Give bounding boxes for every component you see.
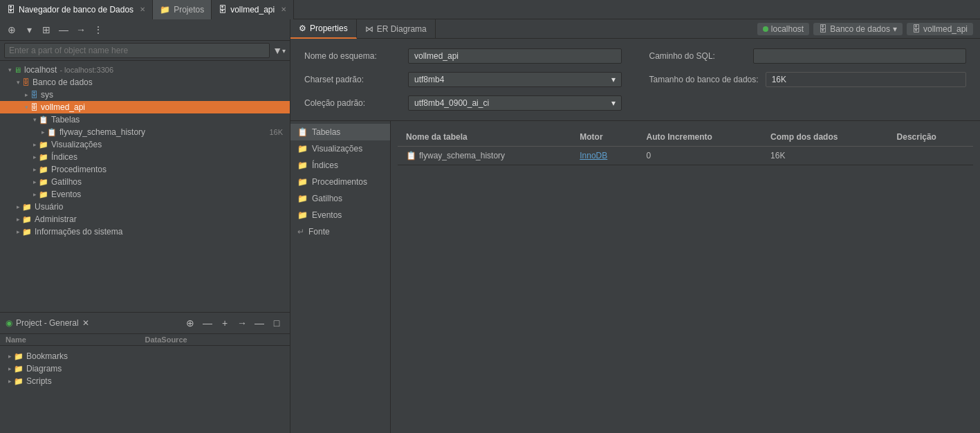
tab-db-browser-label: Navegador de banco de Dados [19, 5, 133, 15]
bottom-maximize-btn[interactable]: □ [269, 315, 284, 331]
arrow-localhost: ▾ [6, 66, 14, 73]
bottom-panel-close[interactable]: ✕ [82, 318, 89, 328]
nav-item-visualizacoes[interactable]: 📁 Visualizações [290, 140, 390, 157]
tree-item-info-sistema[interactable]: ▸ 📁 Informações do sistema [0, 225, 290, 238]
th-motor[interactable]: Motor [571, 128, 638, 147]
bottom-arrow-btn[interactable]: → [234, 315, 250, 331]
tree-item-tabelas[interactable]: ▾ 📋 Tabelas [0, 113, 290, 126]
db-type-icon: 🗄 [819, 24, 827, 34]
col-header-datasource: DataSource [145, 335, 285, 344]
tab-properties[interactable]: ⚙ Properties [290, 19, 357, 39]
tree-item-eventos[interactable]: ▸ 📁 Eventos [0, 188, 290, 201]
icon-sys: 🗄 [30, 91, 38, 99]
nav-icon-procedimentos: 📁 [297, 177, 308, 187]
icon-tabelas: 📋 [39, 116, 48, 125]
title-bar: 🗄 Navegador de banco de Dados ✕ 📁 Projet… [0, 0, 980, 19]
table-row[interactable]: 📋 flyway_schema_history InnoDB 0 16K [398, 147, 973, 165]
grid-btn[interactable]: ⊞ [39, 22, 54, 37]
bottom-content: ▸ 📁 Bookmarks ▸ 📁 Diagrams ▸ 📁 Scripts [0, 347, 290, 433]
td-motor[interactable]: InnoDB [571, 147, 638, 165]
filter-btn[interactable]: ▼ [272, 45, 282, 56]
properties-icon: ⚙ [299, 24, 306, 33]
more-btn[interactable]: ⋮ [91, 22, 106, 37]
tree-item-visualizacoes[interactable]: ▸ 📁 Visualizações [0, 138, 290, 151]
tab-er-label: ER Diagrama [377, 24, 427, 34]
arrow-sys: ▸ [22, 91, 30, 98]
tree-item-administrar[interactable]: ▸ 📁 Administrar [0, 213, 290, 225]
arrow-indices: ▸ [30, 154, 39, 160]
icon-info: 📁 [22, 228, 32, 237]
th-auto-incremento[interactable]: Auto Incremento [638, 128, 763, 147]
tab-er-diagrama[interactable]: ⋈ ER Diagrama [357, 19, 436, 39]
bottom-item-bookmarks[interactable]: ▸ 📁 Bookmarks [0, 350, 290, 362]
tree-item-gatilhos[interactable]: ▸ 📁 Gatilhos [0, 176, 290, 188]
tab-db-browser[interactable]: 🗄 Navegador de banco de Dados ✕ [0, 0, 153, 19]
search-dropdown-btn[interactable]: ▾ [282, 47, 286, 55]
tree-item-banco-dados[interactable]: ▾ 🗄 Banco de dados [0, 76, 290, 89]
colecao-select[interactable]: utf8mb4_0900_ai_ci ▾ [408, 95, 622, 111]
tree-item-indices[interactable]: ▸ 📁 Índices [0, 151, 290, 163]
conn-schema-label: vollmed_api [923, 24, 968, 34]
bottom-minimize-btn[interactable]: — [252, 315, 267, 331]
search-input[interactable] [4, 43, 270, 58]
th-nome-tabela[interactable]: Nome da tabela [398, 128, 571, 147]
nome-esquema-label: Nome do esquema: [304, 51, 401, 61]
icon-banco: 🗄 [22, 78, 30, 86]
minus-btn[interactable]: — [56, 22, 71, 37]
tab-vollmed-api[interactable]: 🗄 vollmed_api ✕ [212, 0, 294, 19]
tab-projetos[interactable]: 📁 Projetos [153, 0, 212, 19]
nav-sidebar: 📋 Tabelas 📁 Visualizações 📁 Índices 📁 Pr… [290, 121, 391, 433]
arrow-banco: ▾ [14, 79, 22, 86]
bottom-plus-btn[interactable]: + [217, 315, 232, 331]
caminho-sql-input[interactable] [753, 48, 967, 64]
nav-item-eventos[interactable]: 📁 Eventos [290, 207, 390, 223]
arrow-visualizacoes: ▸ [30, 141, 39, 148]
arrow-eventos: ▸ [30, 191, 39, 198]
icon-flyway: 📋 [47, 128, 57, 137]
bottom-panel: ◉ Project - General ✕ ⊕ — + → — □ Name D… [0, 312, 290, 433]
bottom-add-btn[interactable]: ⊕ [183, 315, 198, 331]
tab-properties-label: Properties [310, 24, 348, 33]
td-comp-dados: 16K [762, 147, 889, 165]
tree-item-sys[interactable]: ▸ 🗄 sys [0, 89, 290, 101]
charset-select[interactable]: utf8mb4 ▾ [408, 72, 622, 87]
tree-item-flyway[interactable]: ▸ 📋 flyway_schema_history 16K [0, 126, 290, 138]
tab-db-browser-close[interactable]: ✕ [140, 6, 145, 13]
nav-item-fonte[interactable]: ↵ Fonte [290, 223, 390, 240]
icon-eventos: 📁 [39, 190, 48, 199]
nome-esquema-input[interactable] [408, 48, 622, 64]
content-area: 📋 Tabelas 📁 Visualizações 📁 Índices 📁 Pr… [290, 121, 980, 433]
nav-item-tabelas[interactable]: 📋 Tabelas [290, 124, 390, 140]
bottom-col-headers: Name DataSource [0, 334, 290, 346]
nav-icon-eventos: 📁 [297, 210, 308, 220]
prop-row-nome-esquema: Nome do esquema: [304, 48, 622, 64]
tree: ▾ 🖥 localhost - localhost:3306 ▾ 🗄 Banco… [0, 61, 290, 312]
nav-label-fonte: Fonte [308, 227, 330, 237]
tree-item-vollmed-api[interactable]: ▾ 🗄 vollmed_api [0, 101, 290, 113]
arrow-info: ▸ [14, 228, 22, 235]
arrow-btn[interactable]: → [73, 22, 89, 37]
dropdown-btn[interactable]: ▾ [21, 22, 37, 37]
tree-item-localhost[interactable]: ▾ 🖥 localhost - localhost:3306 [0, 64, 290, 76]
bottom-toolbar: ⊕ — + → — □ [183, 315, 284, 331]
nav-item-indices[interactable]: 📁 Índices [290, 157, 390, 174]
add-connection-btn[interactable]: ⊕ [4, 22, 19, 37]
bottom-minus-btn[interactable]: — [200, 315, 215, 331]
db-browser-icon: 🗄 [7, 5, 15, 15]
charset-value: utf8mb4 [414, 75, 444, 84]
tree-item-usuario[interactable]: ▸ 📁 Usuário [0, 201, 290, 213]
tree-item-procedimentos[interactable]: ▸ 📁 Procedimentos [0, 163, 290, 176]
nav-item-gatilhos[interactable]: 📁 Gatilhos [290, 190, 390, 207]
badge-flyway: 16K [269, 128, 287, 136]
th-comp-dados[interactable]: Comp dos dados [762, 128, 889, 147]
right-top-bar: ⚙ Properties ⋈ ER Diagrama localhost 🗄 B… [290, 19, 980, 39]
left-toolbar: ⊕ ▾ ⊞ — → ⋮ [0, 19, 290, 41]
th-descricao[interactable]: Descrição [889, 128, 973, 147]
search-bar: ▼ ▾ [0, 41, 290, 61]
nav-item-procedimentos[interactable]: 📁 Procedimentos [290, 174, 390, 190]
bottom-item-diagrams[interactable]: ▸ 📁 Diagrams [0, 362, 290, 375]
tab-vollmed-close[interactable]: ✕ [281, 6, 286, 13]
arrow-flyway: ▸ [39, 129, 47, 136]
bottom-item-scripts[interactable]: ▸ 📁 Scripts [0, 375, 290, 387]
charset-label: Charset padrão: [304, 75, 401, 84]
